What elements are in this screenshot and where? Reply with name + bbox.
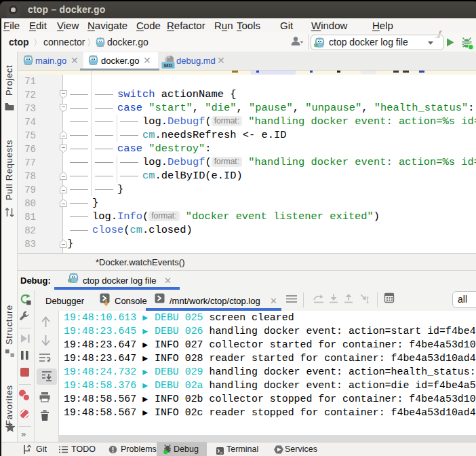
svg-text:MD: MD — [164, 62, 173, 69]
